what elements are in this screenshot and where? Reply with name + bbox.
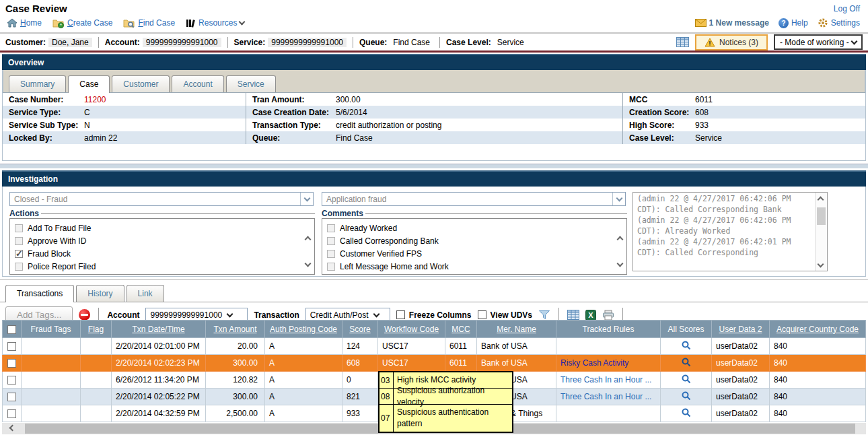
tracked-rule-link[interactable]: Three Cash In an Hour ...	[560, 375, 651, 384]
tab-link[interactable]: Link	[126, 285, 164, 302]
checkbox[interactable]	[327, 263, 335, 271]
col-txn-date-time[interactable]: Txn Date/Time	[112, 321, 206, 338]
user-data-2-cell: userData02	[712, 338, 770, 355]
table-row[interactable]: 2/20/2014 02:02:23 PM 300.00 A 608 USC17…	[3, 355, 866, 372]
nav-resources[interactable]: Resources	[186, 18, 244, 28]
fraud-tags-cell	[22, 355, 81, 372]
checkbox[interactable]	[327, 250, 335, 258]
block-icon[interactable]	[79, 309, 90, 321]
comments-legend: Comments	[322, 209, 627, 218]
row-checkbox[interactable]	[7, 359, 16, 368]
export-excel-icon[interactable]: X	[585, 310, 596, 321]
log-scrollbar[interactable]	[815, 193, 827, 271]
scroll-up-icon[interactable]	[305, 236, 312, 243]
tracked-rule-link[interactable]: Three Cash In an Hour ...	[560, 392, 651, 401]
scroll-up-icon[interactable]	[818, 197, 824, 203]
table-row[interactable]: 2/20/2014 02:01:00 PM 20.00 A 124 USC17 …	[3, 338, 866, 355]
col-tracked-rules[interactable]: Tracked Rules	[556, 321, 661, 338]
tab-history[interactable]: History	[76, 285, 124, 302]
checkbox[interactable]	[15, 263, 23, 271]
scroll-down-icon[interactable]	[818, 261, 824, 268]
fraud-type-select[interactable]: Application fraud	[322, 192, 626, 206]
col-auth-posting-code[interactable]: Auth Posting Code	[265, 321, 342, 338]
divider	[439, 37, 440, 48]
txn-amount-cell: 2,500.00	[206, 405, 265, 422]
log-off-link[interactable]: Log Off	[834, 4, 860, 13]
chevron-down-icon	[300, 193, 313, 205]
col-all-scores[interactable]: All Scores	[661, 321, 712, 338]
nav-find-case[interactable]: Find Case	[123, 18, 175, 28]
col-flag[interactable]: Flag	[81, 321, 112, 338]
workflow-code-cell: USC17	[378, 355, 445, 372]
case-details-col2: Tran Amount:300.00 Case Creation Date:5/…	[246, 93, 623, 144]
tab-transactions[interactable]: Transactions	[5, 285, 74, 302]
col-mer-name[interactable]: Mer. Name	[477, 321, 556, 338]
view-udvs-checkbox[interactable]	[478, 310, 486, 319]
txn-amount-cell: 20.00	[206, 338, 265, 355]
mode-of-working-select[interactable]: - Mode of working -	[774, 34, 863, 50]
checkbox[interactable]	[15, 224, 23, 232]
nav-home[interactable]: Home	[7, 18, 42, 28]
tab-service[interactable]: Service	[226, 75, 276, 92]
magnifier-icon[interactable]	[682, 391, 691, 401]
notices-button[interactable]: Notices (3)	[695, 34, 768, 51]
col-txn-amount[interactable]: Txn Amount	[206, 321, 265, 338]
new-message-link[interactable]: 1 New message	[695, 18, 769, 28]
scroll-left-icon[interactable]	[9, 425, 16, 432]
tab-summary[interactable]: Summary	[9, 75, 66, 92]
nav-create-case[interactable]: * Create Case	[52, 18, 112, 28]
col-mcc[interactable]: MCC	[445, 321, 477, 338]
select-all-header	[3, 321, 22, 338]
scroll-up-icon[interactable]	[617, 236, 624, 243]
auth-posting-code-cell: A	[265, 338, 342, 355]
field-value: 5/6/2014	[336, 108, 367, 117]
checkbox[interactable]	[327, 224, 335, 232]
help-link[interactable]: ? Help	[779, 18, 808, 28]
actions-fieldset: Actions Add To Fraud File Approve With I…	[9, 209, 315, 275]
comments-fieldset: Comments Already Worked Called Correspon…	[322, 209, 627, 275]
tab-account[interactable]: Account	[172, 75, 223, 92]
checkbox[interactable]	[15, 237, 23, 245]
col-score[interactable]: Score	[342, 321, 378, 338]
row-checkbox[interactable]	[7, 342, 16, 351]
grid-icon[interactable]	[676, 37, 689, 47]
scroll-down-icon[interactable]	[617, 261, 624, 267]
row-select-cell	[3, 389, 22, 405]
tracked-rule-link[interactable]: Risky Cash Activity	[560, 358, 628, 368]
overview-body: Summary Case Customer Account Service Ca…	[2, 70, 866, 161]
context-right: Notices (3) - Mode of working -	[676, 34, 863, 51]
field-value: Find Case	[336, 133, 373, 143]
select-all-checkbox[interactable]	[7, 325, 16, 334]
home-icon	[7, 18, 17, 28]
investigation-log[interactable]: (admin 22 @ 4/27/2017 06:42:06 PM CDT): …	[632, 192, 828, 271]
col-user-data-2[interactable]: User Data 2	[712, 321, 770, 338]
case-status-select[interactable]: Closed - Fraud	[9, 192, 314, 206]
col-acquirer-country-code[interactable]: Acquirer Country Code	[770, 321, 866, 338]
scrollbar-thumb[interactable]	[817, 207, 826, 225]
checkbox[interactable]	[15, 250, 23, 258]
tab-customer[interactable]: Customer	[112, 75, 170, 92]
col-workflow-code[interactable]: Workflow Code	[378, 321, 445, 338]
magnifier-icon[interactable]	[682, 408, 691, 417]
row-checkbox[interactable]	[7, 393, 16, 401]
row-select-cell	[3, 372, 22, 389]
scroll-down-icon[interactable]	[305, 261, 312, 267]
acquirer-country-code-cell: 840	[770, 338, 866, 355]
print-icon[interactable]	[602, 310, 614, 321]
page-title: Case Review	[5, 3, 67, 14]
row-checkbox[interactable]	[7, 376, 16, 384]
field-value: credit authorization or posting	[336, 121, 441, 130]
checkbox[interactable]	[327, 237, 335, 245]
row-checkbox[interactable]	[7, 409, 16, 418]
tab-case[interactable]: Case	[68, 75, 110, 93]
magnifier-icon[interactable]	[682, 358, 691, 367]
filter-icon[interactable]	[538, 310, 550, 320]
settings-link[interactable]: Settings	[818, 18, 860, 28]
table-view-icon[interactable]	[567, 310, 579, 320]
col-fraud-tags[interactable]: Fraud Tags	[22, 321, 81, 338]
freeze-columns-checkbox[interactable]	[396, 310, 405, 319]
magnifier-icon[interactable]	[682, 374, 691, 384]
magnifier-icon[interactable]	[682, 341, 691, 350]
field-value: N	[84, 121, 90, 130]
actions-list: Add To Fraud File Approve With ID Fraud …	[9, 218, 315, 275]
